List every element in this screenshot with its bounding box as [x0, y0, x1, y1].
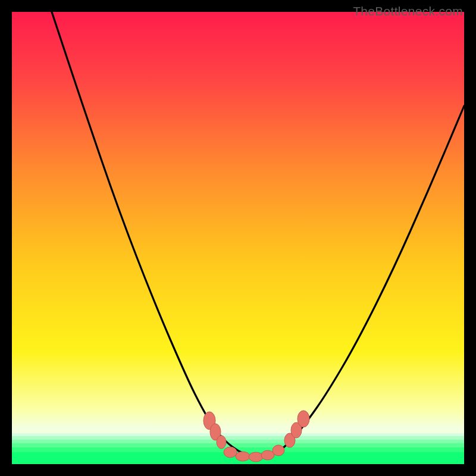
bead-group: [203, 411, 309, 462]
bottleneck-curve: [52, 12, 464, 457]
watermark-text: TheBottleneck.com: [353, 4, 463, 18]
curve-bead: [224, 447, 237, 458]
curve-bead: [249, 452, 263, 462]
curve-bead: [217, 436, 226, 449]
curve-layer: [12, 12, 464, 464]
curve-bead: [261, 450, 274, 460]
chart-frame: [12, 12, 464, 464]
curve-bead: [273, 445, 284, 456]
curve-bead: [298, 411, 309, 427]
curve-bead: [236, 452, 250, 461]
